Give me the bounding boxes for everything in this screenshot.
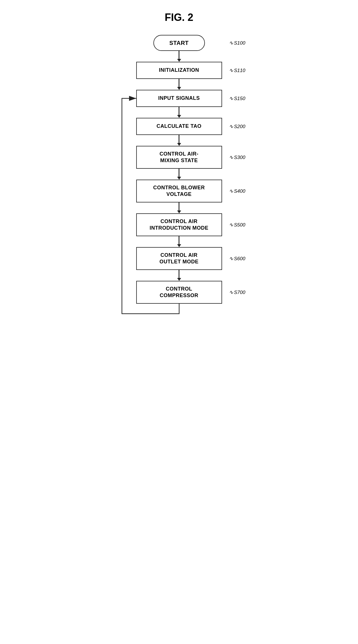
box-introduction-mode: CONTROL AIR INTRODUCTION MODE — [136, 213, 222, 236]
arrow-7 — [177, 244, 181, 247]
label-s700: ∿S700 — [229, 289, 246, 295]
box-input-signals: INPUT SIGNALS — [136, 90, 222, 107]
arrow-3 — [177, 115, 181, 118]
box-calculate-tao: CALCULATE TAO — [136, 118, 222, 135]
arrow-2 — [177, 87, 181, 90]
arrow-1 — [177, 59, 181, 62]
step-row-s150: INPUT SIGNALS ∿S150 — [79, 90, 279, 107]
box-compressor: CONTROL COMPRESSOR — [136, 281, 222, 304]
box-outlet-mode: CONTROL AIR OUTLET MODE — [136, 247, 222, 270]
connector-3 — [179, 107, 179, 115]
step-row-s300: CONTROL AIR- MIXING STATE ∿S300 — [79, 146, 279, 169]
step-row-s110: INITIALIZATION ∿S110 — [79, 62, 279, 79]
label-s200: ∿S200 — [229, 123, 246, 130]
connector-5 — [179, 169, 179, 177]
arrow-5 — [177, 177, 181, 180]
arrow-4 — [177, 143, 181, 146]
step-row-start: START ∿S100 — [79, 35, 279, 51]
step-row-s200: CALCULATE TAO ∿S200 — [79, 118, 279, 135]
connector-7 — [179, 236, 179, 244]
connector-6 — [179, 202, 179, 210]
label-s400: ∿S400 — [229, 188, 246, 194]
label-s500: ∿S500 — [229, 222, 246, 228]
connector-1 — [179, 51, 179, 59]
connector-8 — [179, 270, 179, 278]
step-row-s500: CONTROL AIR INTRODUCTION MODE ∿S500 — [79, 213, 279, 236]
page: FIG. 2 START ∿S100 INITIALIZATION ∿S110 — [79, 11, 279, 304]
box-initialization: INITIALIZATION — [136, 62, 222, 79]
arrow-8 — [177, 278, 181, 281]
label-s110: ∿S110 — [229, 67, 246, 73]
arrow-6 — [177, 210, 181, 213]
label-s600: ∿S600 — [229, 255, 246, 262]
label-s300: ∿S300 — [229, 154, 246, 160]
step-row-s400: CONTROL BLOWER VOLTAGE ∿S400 — [79, 180, 279, 202]
box-blower-voltage: CONTROL BLOWER VOLTAGE — [136, 180, 222, 202]
connector-2 — [179, 79, 179, 87]
box-start: START — [153, 35, 205, 51]
figure-title: FIG. 2 — [165, 11, 193, 23]
step-row-s600: CONTROL AIR OUTLET MODE ∿S600 — [79, 247, 279, 270]
flowchart: START ∿S100 INITIALIZATION ∿S110 INPUT S… — [79, 35, 279, 304]
label-s100: ∿S100 — [229, 40, 246, 46]
step-row-s700: CONTROL COMPRESSOR ∿S700 — [79, 281, 279, 304]
connector-4 — [179, 135, 179, 143]
label-s150: ∿S150 — [229, 95, 246, 102]
box-air-mixing: CONTROL AIR- MIXING STATE — [136, 146, 222, 169]
